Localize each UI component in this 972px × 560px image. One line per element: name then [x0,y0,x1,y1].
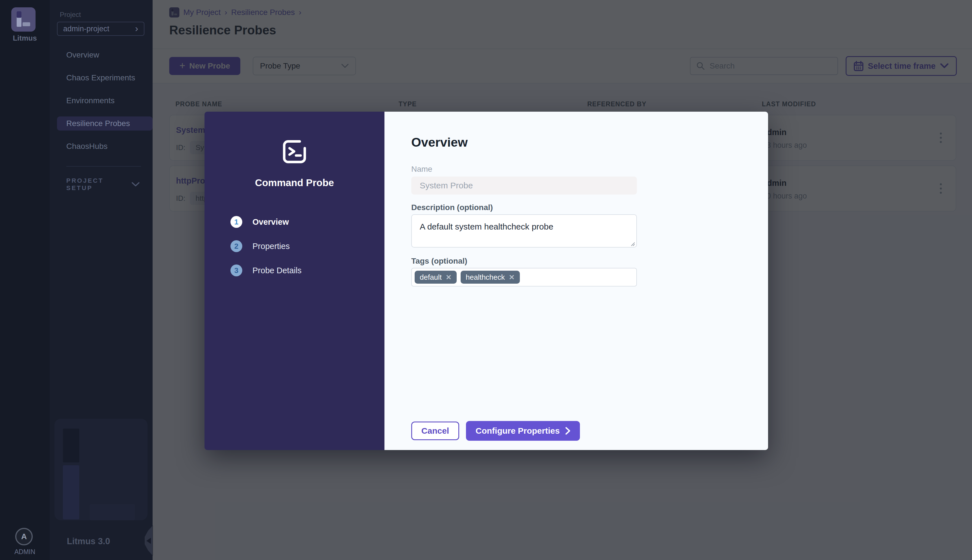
resize-grip-icon[interactable] [630,242,635,247]
remove-tag-icon[interactable]: ✕ [446,273,452,282]
logo-text: Litmus [0,34,50,43]
create-probe-modal: Command Probe 1 Overview 2 Properties 3 … [205,112,768,450]
project-setup-label: PROJECT SETUP [66,177,132,192]
tags-field-label: Tags (optional) [411,257,741,266]
step-number: 1 [230,216,242,228]
tags-input[interactable]: default ✕ healthcheck ✕ [411,268,637,287]
sidebar-skeleton-block [63,465,79,519]
configure-properties-label: Configure Properties [475,426,560,436]
sidebar-nav: Project admin-project › Overview Chaos E… [50,0,153,560]
description-field-label: Description (optional) [411,203,741,212]
step-probe-details[interactable]: 3 Probe Details [230,265,385,276]
modal-steps: 1 Overview 2 Properties 3 Probe Details [205,216,385,289]
cancel-button[interactable]: Cancel [411,422,459,440]
modal-stepper-panel: Command Probe 1 Overview 2 Properties 3 … [205,112,385,450]
configure-properties-button[interactable]: Configure Properties [466,421,580,441]
name-field-label: Name [411,165,741,174]
sidebar-item-chaoshubs[interactable]: ChaosHubs [57,139,153,153]
remove-tag-icon[interactable]: ✕ [509,273,515,282]
tag-label: healthcheck [466,273,505,282]
project-label: Project [60,11,81,18]
sidebar-skeleton-block [90,504,135,520]
step-number: 3 [230,265,242,276]
sidebar-skeleton-block [63,428,79,462]
project-selector-value: admin-project [63,25,135,33]
app-version: Litmus 3.0 [67,536,110,547]
collapse-arrow-icon [147,538,151,544]
step-properties[interactable]: 2 Properties [230,240,385,252]
tag-label: default [420,273,442,282]
litmus-app: Litmus A ADMIN Project admin-project › O… [0,0,972,560]
project-setup-toggle[interactable]: PROJECT SETUP [66,177,140,192]
modal-heading: Overview [411,135,741,150]
sidebar-collapse-button[interactable] [145,525,153,556]
user-avatar[interactable]: A [15,528,33,545]
sidebar-divider [66,166,141,167]
step-label: Probe Details [252,266,302,275]
chevron-right-icon [565,427,570,435]
step-overview[interactable]: 1 Overview [230,216,385,228]
modal-actions: Cancel Configure Properties [411,421,741,441]
chevron-down-icon [132,182,140,187]
sidebar-item-chaos-experiments[interactable]: Chaos Experiments [57,71,153,85]
step-number: 2 [230,240,242,252]
tag-healthcheck: healthcheck ✕ [461,271,520,284]
litmus-logo-icon[interactable] [11,7,35,32]
sidebar-item-environments[interactable]: Environments [57,93,153,108]
modal-probe-type-title: Command Probe [255,177,334,188]
description-textarea[interactable]: A default system healthcheck probe [411,214,637,248]
step-label: Properties [252,242,290,251]
tag-default: default ✕ [415,271,457,284]
sidebar-menu: Overview Chaos Experiments Environments … [57,48,153,162]
sidebar-rail: Litmus A ADMIN [0,0,50,560]
name-input [411,177,637,195]
modal-form-panel: Overview Name Description (optional) A d… [385,112,768,450]
litmus-logo-glyph [11,7,35,32]
user-avatar-label: ADMIN [0,548,50,556]
sidebar-item-overview[interactable]: Overview [57,48,153,62]
project-selector[interactable]: admin-project › [57,22,144,36]
terminal-icon [280,138,308,166]
step-label: Overview [252,217,289,227]
sidebar-item-resilience-probes[interactable]: Resilience Probes [57,117,153,130]
